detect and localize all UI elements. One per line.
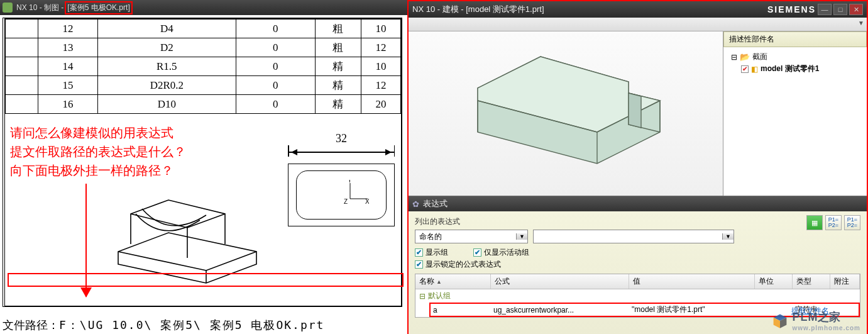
drawing-frame: 12D40粗10 13D20粗12 14R1.50精10 15D2R0.20精1… xyxy=(3,18,402,307)
toolbar-dropdown-icon[interactable]: ▼ xyxy=(858,19,864,26)
left-title-prefix: NX 10 - 制图 - xyxy=(16,3,63,13)
drawing-area: 12D40粗10 13D20粗12 14R1.50精10 15D2R0.20精1… xyxy=(0,15,407,334)
table-row: 16D100精20 xyxy=(6,95,401,114)
expression-panel: ✿ 表达式 ▦ P1=P2= P1=P2= 列出的表达式 命名的 ▼ xyxy=(409,196,867,334)
right-window: NX 10 - 建模 - [model 测试零件1.prt] SIEMENS —… xyxy=(407,0,868,334)
col-formula[interactable]: 公式 xyxy=(491,274,629,289)
path-highlight-box xyxy=(8,273,404,287)
sort-asc-icon: ▲ xyxy=(436,279,442,285)
file-path-line: 文件路径：F：\UG 10.0\ 案例5\ 案例5 电极OK.prt xyxy=(3,318,324,333)
minus-icon: ⊟ xyxy=(419,292,426,301)
filter-combo[interactable]: 命名的 ▼ xyxy=(415,230,528,243)
col-note[interactable]: 附注 xyxy=(830,274,860,289)
svg-text:Z: Z xyxy=(344,198,348,205)
close-button[interactable]: ✕ xyxy=(849,4,863,15)
left-window: NX 10 - 制图 - [案例5 电极OK.prt] 12D40粗10 13D… xyxy=(0,0,407,334)
watermark-url: www.plmhome.com xyxy=(792,325,860,331)
right-toolbar: ▼ xyxy=(409,18,867,31)
left-titlebar: NX 10 - 制图 - [案例5 电极OK.prt] xyxy=(0,0,407,15)
chevron-down-icon: ▼ xyxy=(516,233,527,240)
minimize-button[interactable]: — xyxy=(818,4,832,15)
assembly-tree-pane: 描述性部件名 ⊟ 📂 截面 ✔ ◧ model 测试零件1 xyxy=(723,31,867,196)
minus-icon: ⊟ xyxy=(731,53,737,62)
top-view: YXZ xyxy=(288,164,395,226)
p1p2-button-a[interactable]: P1=P2= xyxy=(825,215,842,230)
list-label: 列出的表达式 xyxy=(415,216,860,227)
table-row: 13D20粗12 xyxy=(6,38,401,57)
tree-item-label: model 测试零件1 xyxy=(761,64,819,74)
table-row: 15D2R0.20精12 xyxy=(6,76,401,95)
svg-text:Y: Y xyxy=(348,180,352,184)
cell-formula: ug_askcurrentworkpar... xyxy=(493,306,632,315)
nx-logo-icon xyxy=(3,3,13,13)
tree-folder-row[interactable]: ⊟ 📂 截面 xyxy=(727,51,863,63)
filter-combo-value: 命名的 xyxy=(415,231,516,242)
iso-view xyxy=(99,170,263,289)
dimension-32: 32 xyxy=(288,132,395,158)
tree-folder-label: 截面 xyxy=(752,52,767,62)
spreadsheet-icon-button[interactable]: ▦ xyxy=(806,215,823,230)
svg-text:X: X xyxy=(365,198,369,205)
left-title-file: [案例5 电极OK.prt] xyxy=(65,1,132,14)
model-viewport[interactable] xyxy=(409,31,723,196)
svg-marker-8 xyxy=(629,93,641,128)
tree-item-row[interactable]: ✔ ◧ model 测试零件1 xyxy=(727,63,863,75)
right-title: NX 10 - 建模 - [model 测试零件1.prt] xyxy=(412,4,544,15)
watermark: PLM之家 www.plmhome.com xyxy=(772,309,860,331)
model-solid xyxy=(453,44,679,189)
col-unit[interactable]: 单位 xyxy=(755,274,793,289)
expression-title-label: 表达式 xyxy=(423,198,448,209)
dimension-value: 32 xyxy=(288,132,395,145)
col-type[interactable]: 类型 xyxy=(793,274,830,289)
coord-axis-icon: YXZ xyxy=(344,180,369,206)
table-row: 14R1.50精10 xyxy=(6,57,401,76)
maximize-button[interactable]: □ xyxy=(833,4,847,15)
gear-icon: ✿ xyxy=(412,199,419,209)
table-row: 12D40粗10 xyxy=(6,19,401,38)
col-value[interactable]: 值 xyxy=(629,274,755,289)
p1p2-button-b[interactable]: P1=P2= xyxy=(844,215,860,230)
cell-name: a xyxy=(433,306,493,315)
folder-icon: 📂 xyxy=(740,52,750,62)
right-titlebar: NX 10 - 建模 - [model 测试零件1.prt] SIEMENS —… xyxy=(409,1,867,18)
secondary-combo[interactable]: ▼ xyxy=(533,230,734,243)
siemens-brand: SIEMENS xyxy=(767,4,816,14)
active-only-checkbox[interactable]: ✔仅显示活动组 xyxy=(473,247,529,258)
watermark-cube-icon xyxy=(772,313,788,329)
cell-value: "model 测试零件1.prt" xyxy=(632,304,757,315)
chevron-down-icon: ▼ xyxy=(722,233,733,240)
default-group-row[interactable]: ⊟ 默认组 xyxy=(415,289,860,303)
part-cube-icon: ◧ xyxy=(751,65,758,74)
checkbox-icon[interactable]: ✔ xyxy=(741,65,749,73)
grid-header: 名称 ▲ 公式 值 单位 类型 附注 xyxy=(415,274,860,289)
show-group-checkbox[interactable]: ✔显示组 xyxy=(415,247,448,258)
parameter-table: 12D40粗10 13D20粗12 14R1.50精10 15D2R0.20精1… xyxy=(5,19,401,114)
col-name[interactable]: 名称 ▲ xyxy=(415,274,491,289)
expression-titlebar: ✿ 表达式 xyxy=(409,196,867,211)
show-locked-checkbox[interactable]: ✔显示锁定的公式表达式 xyxy=(415,259,501,270)
tree-header: 描述性部件名 xyxy=(723,31,867,47)
